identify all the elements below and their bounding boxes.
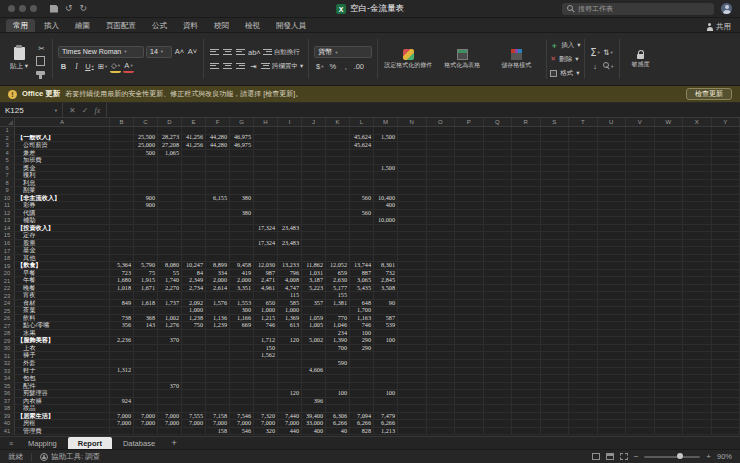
- cell-N40[interactable]: [398, 420, 427, 428]
- cell-U38[interactable]: [598, 405, 627, 413]
- cell-X34[interactable]: [683, 375, 712, 383]
- cell-A40[interactable]: 房租: [15, 420, 110, 428]
- cell-G3[interactable]: 46,975: [230, 142, 254, 150]
- cell-A7[interactable]: 獲利: [15, 172, 110, 180]
- cell-U20[interactable]: [598, 270, 627, 278]
- cell-N11[interactable]: [398, 202, 427, 210]
- cell-V9[interactable]: [626, 187, 655, 195]
- cell-T39[interactable]: [569, 413, 598, 421]
- cell-A30[interactable]: 上衣: [15, 345, 110, 353]
- cell-N29[interactable]: [398, 337, 427, 345]
- find-select-icon[interactable]: ▾: [603, 61, 614, 72]
- cell-W40[interactable]: [655, 420, 684, 428]
- cell-G7[interactable]: [230, 172, 254, 180]
- cell-W24[interactable]: [655, 300, 684, 308]
- cell-S39[interactable]: [541, 413, 570, 421]
- delete-cells-button[interactable]: ✕刪除▾: [550, 53, 580, 66]
- cell-M29[interactable]: 100: [374, 337, 398, 345]
- cell-T22[interactable]: [569, 285, 598, 293]
- cell-H39[interactable]: 7,320: [254, 413, 278, 421]
- row-header-23[interactable]: 23: [0, 292, 15, 300]
- cell-G38[interactable]: [230, 405, 254, 413]
- cell-O27[interactable]: [427, 322, 456, 330]
- cell-V5[interactable]: [626, 157, 655, 165]
- column-header-H[interactable]: H: [254, 118, 278, 126]
- cell-E28[interactable]: [182, 330, 206, 338]
- cell-I9[interactable]: [278, 187, 302, 195]
- cell-U18[interactable]: [598, 255, 627, 263]
- cell-A22[interactable]: 晚餐: [15, 285, 110, 293]
- cell-S37[interactable]: [541, 398, 570, 406]
- cell-M7[interactable]: [374, 172, 398, 180]
- cell-J31[interactable]: [302, 352, 326, 360]
- cell-P29[interactable]: [455, 337, 484, 345]
- cell-C11[interactable]: 900: [134, 202, 158, 210]
- cell-P4[interactable]: [455, 150, 484, 158]
- cell-E31[interactable]: [182, 352, 206, 360]
- cell-O18[interactable]: [427, 255, 456, 263]
- cell-W9[interactable]: [655, 187, 684, 195]
- cell-M36[interactable]: 100: [374, 390, 398, 398]
- cell-Q12[interactable]: [484, 210, 513, 218]
- cell-N3[interactable]: [398, 142, 427, 150]
- cell-U7[interactable]: [598, 172, 627, 180]
- cell-H28[interactable]: [254, 330, 278, 338]
- cell-P16[interactable]: [455, 240, 484, 248]
- cell-C14[interactable]: [134, 225, 158, 233]
- cell-U15[interactable]: [598, 232, 627, 240]
- font-color-icon[interactable]: A▾: [123, 61, 134, 73]
- cell-T30[interactable]: [569, 345, 598, 353]
- cell-N23[interactable]: [398, 292, 427, 300]
- cell-X4[interactable]: [683, 150, 712, 158]
- cell-R29[interactable]: [512, 337, 541, 345]
- cell-J13[interactable]: [302, 217, 326, 225]
- paste-button[interactable]: 貼上 ▾: [6, 47, 32, 71]
- cell-X23[interactable]: [683, 292, 712, 300]
- cell-M38[interactable]: [374, 405, 398, 413]
- cell-X39[interactable]: [683, 413, 712, 421]
- orientation-icon[interactable]: ab˄: [248, 47, 261, 58]
- row-header-3[interactable]: 3: [0, 142, 15, 150]
- cell-E23[interactable]: [182, 292, 206, 300]
- cell-A4[interactable]: 兼差: [15, 150, 110, 158]
- cell-B38[interactable]: [110, 405, 134, 413]
- row-header-25[interactable]: 25: [0, 307, 15, 315]
- cell-E16[interactable]: [182, 240, 206, 248]
- cell-N20[interactable]: [398, 270, 427, 278]
- cell-Y33[interactable]: [712, 368, 740, 376]
- cell-B1[interactable]: [110, 127, 134, 135]
- cell-G13[interactable]: [230, 217, 254, 225]
- cell-E6[interactable]: [182, 165, 206, 173]
- cell-V13[interactable]: [626, 217, 655, 225]
- cell-A10[interactable]: 【非主流收入】: [15, 195, 110, 203]
- cell-I26[interactable]: 1,369: [278, 315, 302, 323]
- cell-D32[interactable]: [158, 360, 182, 368]
- cell-Y18[interactable]: [712, 255, 740, 263]
- cell-V25[interactable]: [626, 307, 655, 315]
- cell-L22[interactable]: 5,435: [350, 285, 374, 293]
- cell-O9[interactable]: [427, 187, 456, 195]
- cell-L19[interactable]: 13,744: [350, 262, 374, 270]
- cell-R20[interactable]: [512, 270, 541, 278]
- cell-N30[interactable]: [398, 345, 427, 353]
- cell-M6[interactable]: 1,500: [374, 165, 398, 173]
- cell-R10[interactable]: [512, 195, 541, 203]
- cell-M5[interactable]: [374, 157, 398, 165]
- cell-X19[interactable]: [683, 262, 712, 270]
- cell-B3[interactable]: [110, 142, 134, 150]
- cell-P41[interactable]: [455, 428, 484, 436]
- cell-F18[interactable]: [206, 255, 230, 263]
- cell-R33[interactable]: [512, 368, 541, 376]
- cell-K8[interactable]: [326, 180, 350, 188]
- cell-O8[interactable]: [427, 180, 456, 188]
- cell-W4[interactable]: [655, 150, 684, 158]
- row-header-24[interactable]: 24: [0, 300, 15, 308]
- cell-X28[interactable]: [683, 330, 712, 338]
- column-header-I[interactable]: I: [278, 118, 302, 126]
- ribbon-tab-繪圖[interactable]: 繪圖: [68, 19, 97, 32]
- cell-P35[interactable]: [455, 383, 484, 391]
- cell-U14[interactable]: [598, 225, 627, 233]
- cell-K4[interactable]: [326, 150, 350, 158]
- cell-B4[interactable]: [110, 150, 134, 158]
- cell-Q34[interactable]: [484, 375, 513, 383]
